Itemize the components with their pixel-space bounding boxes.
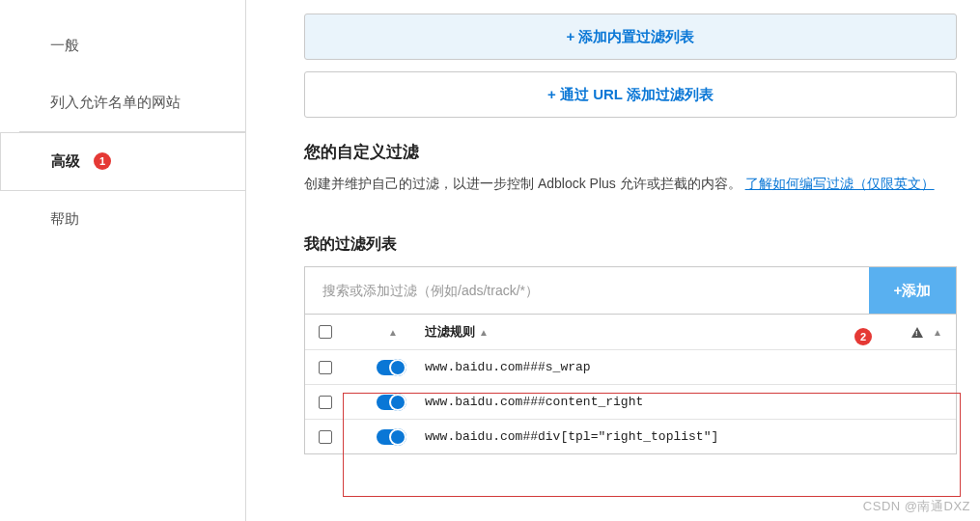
sidebar-item-help[interactable]: 帮助: [0, 191, 245, 248]
row-checkbox[interactable]: [319, 396, 332, 409]
row-rule-text: www.baidu.com###content_right: [425, 395, 884, 409]
header-rule-cell[interactable]: 过滤规则 ▲: [425, 323, 884, 341]
sort-icon: ▲: [388, 327, 398, 338]
table-row: www.baidu.com##div[tpl="right_toplist"]: [305, 419, 956, 453]
warning-icon: [911, 327, 923, 338]
filter-bar: +添加: [304, 266, 957, 315]
row-checkbox[interactable]: [319, 361, 332, 374]
row-rule-text: www.baidu.com###s_wrap: [425, 360, 884, 374]
row-rule-text: www.baidu.com##div[tpl="right_toplist"]: [425, 429, 884, 444]
sidebar-item-advanced[interactable]: 高级 1: [0, 132, 245, 191]
row-checkbox[interactable]: [319, 430, 332, 444]
filter-search-input[interactable]: [305, 267, 869, 314]
toggle-knob: [389, 359, 406, 376]
annotation-badge-2: 2: [854, 328, 872, 345]
select-all-checkbox[interactable]: [319, 325, 332, 339]
header-rule-label: 过滤规则: [425, 323, 475, 341]
sidebar-item-label: 列入允许名单的网站: [50, 94, 181, 110]
row-toggle[interactable]: [377, 395, 406, 410]
header-warn-cell: ▲: [884, 327, 942, 338]
add-filter-button[interactable]: +添加: [869, 267, 956, 314]
table-row: www.baidu.com###content_right: [305, 384, 956, 419]
sort-icon: ▲: [479, 327, 489, 338]
sidebar: 一般 列入允许名单的网站 高级 1 帮助: [0, 0, 245, 521]
toggle-knob: [389, 394, 406, 411]
row-toggle[interactable]: [377, 429, 406, 445]
custom-filter-description: 创建并维护自己的过滤，以进一步控制 Adblock Plus 允许或拦截的内容。…: [304, 173, 957, 194]
row-toggle[interactable]: [377, 360, 406, 375]
toggle-knob: [389, 428, 406, 446]
sidebar-item-label: 一般: [50, 37, 79, 53]
custom-filter-title: 您的自定义过滤: [304, 141, 957, 163]
sidebar-item-label: 帮助: [50, 210, 79, 227]
add-url-filter-button[interactable]: + 通过 URL 添加过滤列表: [304, 71, 957, 118]
sort-icon: ▲: [933, 327, 942, 338]
learn-filter-link[interactable]: 了解如何编写过滤（仅限英文）: [745, 176, 935, 191]
sidebar-item-allowlist[interactable]: 列入允许名单的网站: [0, 74, 245, 131]
sidebar-item-general[interactable]: 一般: [0, 17, 245, 74]
header-toggle-cell: ▲: [357, 327, 425, 338]
table-row: www.baidu.com###s_wrap: [305, 349, 956, 384]
header-checkbox-cell: [319, 325, 357, 339]
main-content: + 添加内置过滤列表 + 通过 URL 添加过滤列表 您的自定义过滤 创建并维护…: [245, 0, 980, 521]
my-filter-list-title: 我的过滤列表: [304, 234, 957, 255]
desc-text: 创建并维护自己的过滤，以进一步控制 Adblock Plus 允许或拦截的内容。: [304, 176, 742, 191]
sidebar-item-label: 高级: [51, 152, 80, 169]
add-builtin-filter-button[interactable]: + 添加内置过滤列表: [304, 14, 957, 60]
annotation-badge-1: 1: [94, 152, 111, 170]
